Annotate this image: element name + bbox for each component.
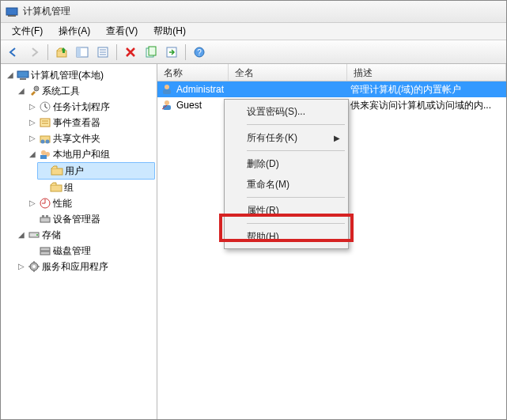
svg-point-34 [36,234,38,236]
user-icon [161,99,173,112]
cm-delete[interactable]: 删除(D) [226,153,346,174]
cm-separator [247,150,345,151]
tree-shared-folders[interactable]: ▷ 共享文件夹 [26,131,155,146]
tree-groups[interactable]: 组 [37,180,155,195]
tree-label: 任务计划程序 [53,99,110,115]
menu-file[interactable]: 文件(F) [4,23,51,40]
device-icon [39,213,51,225]
tree-disk-management[interactable]: 磁盘管理 [26,243,155,259]
svg-rect-2 [57,51,66,57]
help-button[interactable]: ? [190,43,209,62]
tree-root[interactable]: ◢ 计算机管理(本地) [4,67,155,83]
no-expand [28,246,37,255]
svg-rect-1 [8,15,16,17]
column-name[interactable]: 名称 [157,64,229,81]
collapse-icon[interactable]: ◢ [6,70,15,80]
back-button[interactable] [4,43,23,62]
event-icon [39,116,51,129]
context-menu: 设置密码(S)... 所有任务(K) ▶ 删除(D) 重命名(M) 属性(R) [224,99,349,249]
folder-icon [50,181,62,194]
column-fullname[interactable]: 全名 [229,64,347,81]
users-groups-icon [39,148,51,161]
no-expand [39,183,48,192]
tree-label: 磁盘管理 [53,243,91,259]
tree-label: 事件查看器 [53,115,100,131]
expand-icon[interactable]: ▷ [28,102,37,112]
svg-rect-18 [40,119,50,127]
window-title: 计算机管理 [23,5,70,18]
delete-button[interactable] [121,43,140,62]
tree-system-tools[interactable]: ◢ 系统工具 [15,83,155,99]
export-button[interactable] [162,43,181,62]
submenu-arrow-icon: ▶ [334,134,340,142]
toolbar-separator [116,44,117,60]
cm-label: 重命名(M) [247,178,289,191]
cm-separator [247,223,345,224]
cm-separator [247,124,345,125]
refresh-button[interactable] [142,43,161,62]
no-expand [40,166,49,176]
svg-rect-40 [163,89,171,94]
svg-point-41 [165,100,169,105]
svg-rect-31 [42,215,44,218]
collapse-icon[interactable]: ◢ [17,86,26,96]
svg-point-23 [46,140,50,144]
tree-users[interactable]: 用户 [37,162,155,180]
show-hide-tree-button[interactable] [73,43,92,62]
svg-point-38 [32,265,36,268]
tree-device-manager[interactable]: 设备管理器 [26,211,155,227]
expand-icon[interactable]: ▷ [28,199,37,208]
svg-rect-4 [77,47,81,57]
main-area: ◢ 计算机管理(本地) ◢ [1,64,506,419]
cm-all-tasks[interactable]: 所有任务(K) ▶ [226,127,346,148]
list-cell-name: Guest [176,100,202,111]
svg-rect-15 [20,78,26,80]
no-expand [28,214,37,224]
tree-services-apps[interactable]: ▷ 服务和应用程序 [15,259,155,274]
menu-help[interactable]: 帮助(H) [146,23,194,40]
expand-icon[interactable]: ▷ [28,134,37,143]
collapse-icon[interactable]: ◢ [28,149,37,159]
tree-label: 存储 [42,227,61,243]
menu-view[interactable]: 查看(V) [98,23,146,40]
list-row[interactable]: Administrat 管理计算机(域)的内置帐户 [157,81,506,97]
menu-action[interactable]: 操作(A) [51,23,98,40]
expand-icon[interactable]: ▷ [28,118,37,127]
forward-button[interactable] [25,43,44,62]
svg-rect-36 [40,252,50,255]
properties-button[interactable] [93,43,112,62]
tree-label: 性能 [53,195,72,211]
tree-performance[interactable]: ▷ 性能 [26,195,155,211]
cm-rename[interactable]: 重命名(M) [226,174,346,195]
tree-pane[interactable]: ◢ 计算机管理(本地) ◢ [1,64,157,419]
column-description[interactable]: 描述 [347,64,506,81]
cm-help[interactable]: 帮助(H) [226,226,346,247]
tree-label: 设备管理器 [53,211,100,227]
tree-local-users-groups[interactable]: ◢ 本地用户和组 [26,146,155,162]
user-icon [161,83,173,96]
tree-label: 本地用户和组 [53,146,110,162]
up-button[interactable] [52,43,71,62]
cm-label: 属性(R) [247,204,279,218]
cm-label: 帮助(H) [247,230,279,244]
tree-event-viewer[interactable]: ▷ 事件查看器 [26,115,155,131]
tree-storage[interactable]: ◢ 存储 [15,227,155,243]
storage-icon [28,229,40,241]
svg-rect-26 [40,155,47,159]
collapse-icon[interactable]: ◢ [17,230,26,240]
svg-point-39 [165,85,169,89]
toolbar: ? [1,40,506,64]
svg-point-16 [34,86,39,91]
list-cell-desc: 管理计算机(域)的内置帐户 [347,83,506,96]
list-body[interactable]: Administrat 管理计算机(域)的内置帐户 Guest 供来宾访问计算机… [157,81,506,419]
tree-label: 共享文件夹 [53,131,100,146]
cm-separator [247,197,345,198]
tree-task-scheduler[interactable]: ▷ 任务计划程序 [26,99,155,115]
tree-label: 系统工具 [42,83,80,99]
cm-set-password[interactable]: 设置密码(S)... [226,101,346,122]
performance-icon [39,197,51,210]
cm-properties[interactable]: 属性(R) [226,200,346,221]
menubar: 文件(F) 操作(A) 查看(V) 帮助(H) [1,23,506,40]
cm-label: 所有任务(K) [247,131,297,145]
expand-icon[interactable]: ▷ [17,262,26,271]
